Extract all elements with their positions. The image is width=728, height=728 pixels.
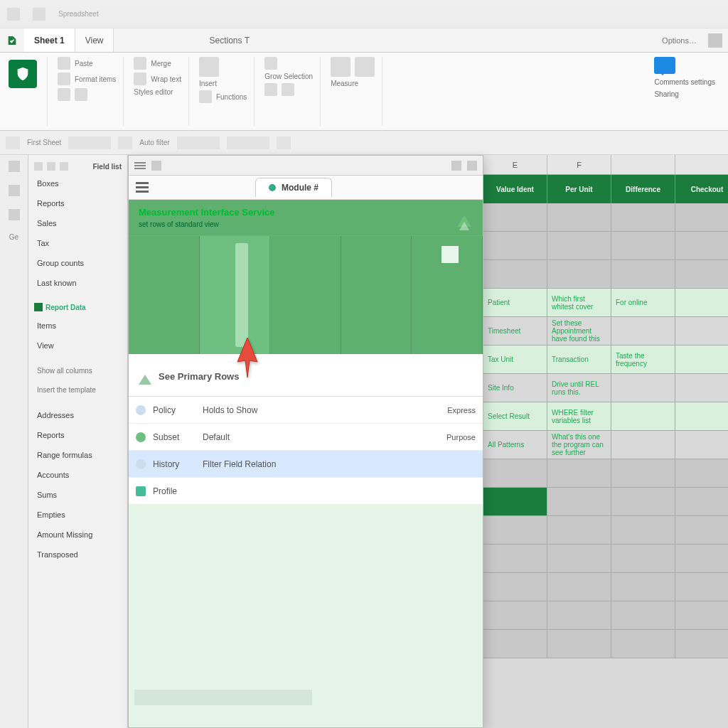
generic-icon [118, 136, 132, 149]
sidebar-item[interactable]: View [28, 336, 127, 355]
generic-icon[interactable] [151, 161, 161, 171]
generic-icon[interactable] [58, 88, 70, 101]
insert-icon[interactable] [199, 57, 219, 77]
sidebar-item[interactable]: Empties [28, 505, 127, 525]
prop-value: Holds to Show [203, 405, 440, 415]
square-icon [34, 303, 43, 311]
sidebar-item[interactable]: Group counts [28, 253, 127, 273]
cell[interactable]: Which first whitest cover [547, 289, 611, 316]
merge-icon[interactable] [134, 57, 146, 70]
sidebar-item[interactable]: Amount Missing [28, 525, 127, 545]
list-item[interactable]: Profile [129, 478, 483, 505]
cell[interactable]: Patient [483, 289, 547, 316]
cell[interactable]: For online [611, 289, 675, 316]
sidebar-item[interactable]: Accounts [28, 465, 127, 485]
sidebar-section-label: Report Data [46, 304, 86, 311]
cell[interactable]: All Patterns [483, 431, 547, 459]
marker-icon [441, 246, 459, 263]
cell[interactable]: Timesheet [483, 317, 547, 345]
grow-icon[interactable] [264, 57, 277, 70]
cell[interactable]: WHERE filter variables list [547, 402, 611, 430]
paste-icon[interactable] [58, 57, 70, 70]
col-header[interactable]: E [483, 155, 547, 174]
list-item-selected[interactable]: History Filter Field Relation [129, 451, 483, 478]
table-icon[interactable] [355, 57, 375, 77]
comment-icon[interactable] [654, 57, 675, 74]
prop-value: Default [203, 432, 439, 442]
minimize-icon[interactable] [451, 161, 461, 171]
panel-tabstrip: Module # [129, 176, 483, 200]
prop-extra: Express [447, 406, 476, 414]
cell[interactable]: Site Info [483, 374, 547, 402]
sidebar-item[interactable]: Addresses [28, 405, 127, 425]
panel-tab[interactable]: Module # [255, 178, 332, 197]
document-tabstrip: Sheet 1 View Sections T Options… [0, 28, 728, 53]
generic-icon[interactable] [75, 88, 87, 101]
sidebar-item[interactable]: Transposed [28, 545, 127, 564]
sidebar-item[interactable]: Last known [28, 273, 127, 293]
side-panel: Module # Measurement Interface Service s… [128, 155, 483, 728]
list-item[interactable]: Subset Default Purpose [129, 424, 483, 451]
generic-icon[interactable] [282, 83, 294, 96]
sidebar-item[interactable]: Range formulas [28, 445, 127, 465]
placeholder-chip [134, 690, 312, 705]
generic-icon [277, 136, 291, 149]
generic-icon [33, 8, 46, 21]
gutter-icon [9, 161, 20, 172]
ribbon-label: Functions [216, 93, 247, 101]
th: Value Ident [483, 175, 547, 203]
row-gutter: Ge [0, 155, 28, 728]
sidebar-item[interactable]: Sums [28, 485, 127, 505]
status-dot-icon [269, 184, 276, 191]
cell[interactable]: Drive until REL runs this. [547, 374, 611, 402]
generic-icon[interactable] [264, 83, 277, 96]
sidebar-item[interactable]: Sales [28, 213, 127, 233]
window-titlebar: Spreadsheet [0, 0, 728, 28]
prop-key: Subset [153, 432, 196, 442]
wrap-icon[interactable] [134, 73, 146, 85]
sidebar-section[interactable]: Report Data [28, 299, 127, 316]
sidebar-item[interactable]: Tax [28, 233, 127, 253]
cell[interactable]: Select Result [483, 402, 547, 430]
generic-icon [227, 136, 269, 149]
gutter-icon [9, 185, 20, 196]
generic-icon [177, 136, 220, 149]
cell[interactable]: Transaction [547, 346, 611, 373]
col-header[interactable] [611, 155, 675, 174]
prop-extra: Purpose [446, 433, 476, 441]
tab-sheet1[interactable]: Sheet 1 [24, 28, 75, 52]
options-link[interactable]: Options… [662, 36, 702, 45]
cell[interactable]: What's this one the program can see furt… [547, 431, 611, 459]
sidebar-item[interactable]: Reports [28, 193, 127, 213]
ribbon-label: Format items [75, 75, 116, 83]
ribbon-label[interactable]: Styles editor [134, 88, 173, 96]
format-icon[interactable] [58, 73, 70, 85]
sidebar-item[interactable]: Insert the template [28, 380, 127, 400]
ribbon-label: Wrap text [151, 75, 181, 83]
section-label: See Primary Rows [159, 371, 239, 382]
section-header[interactable]: See Primary Rows [129, 357, 483, 397]
shield-icon[interactable] [9, 60, 37, 88]
menu-icon[interactable] [134, 162, 146, 169]
banner-subtitle: set rows of standard view [139, 220, 473, 228]
list-item[interactable]: Policy Holds to Show Express [129, 397, 483, 424]
sidebar-item[interactable]: Reports [28, 425, 127, 445]
cell[interactable]: Taste the frequency [611, 346, 675, 373]
col-header[interactable]: F [547, 155, 611, 174]
sidebar-item[interactable]: Boxes [28, 173, 127, 193]
cell[interactable]: Set these Appointment have found this [547, 317, 611, 345]
menu-icon[interactable] [136, 182, 149, 193]
cell[interactable]: Tax Unit [483, 346, 547, 373]
prop-value: Filter Field Relation [203, 459, 476, 469]
share-icon[interactable] [708, 33, 722, 48]
sidebar-item[interactable]: Items [28, 316, 127, 336]
name-box[interactable] [6, 136, 20, 149]
chart-icon[interactable] [331, 57, 350, 77]
ribbon-label[interactable]: Measure [331, 80, 358, 87]
sidebar-item[interactable]: Show all columns [28, 361, 127, 380]
ribbon-label[interactable]: Sharing [654, 90, 678, 98]
panel-tab-label: Module # [282, 183, 318, 193]
tab-view[interactable]: View [75, 28, 114, 52]
close-icon[interactable] [467, 161, 477, 171]
fx-icon[interactable] [199, 90, 212, 103]
